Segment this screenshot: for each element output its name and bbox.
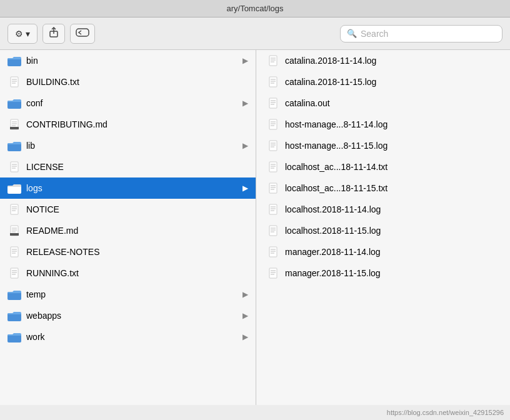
left-item-temp[interactable]: temp▶ <box>0 284 256 305</box>
left-item-logs[interactable]: logs▶ <box>0 178 256 199</box>
right-item-catout[interactable]: catalina.out <box>256 92 510 114</box>
right-item-la1114[interactable]: localhost_ac...18-11-14.txt <box>256 156 510 178</box>
right-item-mgr1114[interactable]: manager.2018-11-14.log <box>256 241 510 262</box>
file-icon <box>266 202 280 216</box>
file-name-label: RELEASE-NOTES <box>26 247 248 257</box>
file-icon <box>266 160 280 174</box>
svg-rect-19 <box>11 204 18 214</box>
chevron-right-icon: ▶ <box>242 290 248 299</box>
right-item-lh1115[interactable]: localhost.2018-11-15.log <box>256 220 510 241</box>
folder-icon <box>8 139 21 152</box>
svg-rect-51 <box>269 119 277 129</box>
left-item-conf[interactable]: conf▶ <box>0 92 256 114</box>
toolbar: ⚙ ▾ 🔍 Search <box>0 18 510 50</box>
svg-rect-75 <box>269 247 277 257</box>
svg-rect-79 <box>269 268 277 278</box>
file-icon <box>266 54 280 68</box>
folder-icon <box>8 181 21 195</box>
file-icon <box>266 245 280 259</box>
right-item-hm1114[interactable]: host-manage...8-11-14.log <box>256 114 510 135</box>
file-name-label: bin <box>26 56 242 66</box>
file-icon <box>266 139 280 152</box>
folder-icon <box>8 54 21 68</box>
file-icon <box>8 224 21 238</box>
svg-rect-28 <box>11 247 18 257</box>
file-name-label: manager.2018-11-15.log <box>285 268 500 278</box>
file-icon <box>8 118 21 131</box>
search-bar[interactable]: 🔍 Search <box>340 25 502 42</box>
right-item-cat1115[interactable]: catalina.2018-11-15.log <box>256 71 510 92</box>
file-name-label: localhost.2018-11-15.log <box>285 226 500 236</box>
back-button[interactable] <box>70 24 95 44</box>
folder-icon <box>8 96 21 110</box>
svg-rect-27 <box>10 233 19 236</box>
file-name-label: catalina.2018-11-14.log <box>285 56 500 66</box>
svg-rect-63 <box>269 183 277 193</box>
file-name-label: localhost.2018-11-14.log <box>285 204 500 214</box>
share-button[interactable] <box>42 24 65 44</box>
left-item-readme[interactable]: README.md <box>0 220 256 241</box>
left-item-bin[interactable]: bin▶ <box>0 50 256 71</box>
svg-rect-39 <box>269 56 277 66</box>
svg-rect-67 <box>269 204 277 214</box>
file-name-label: webapps <box>26 311 242 321</box>
gear-icon: ⚙ <box>15 29 23 39</box>
svg-rect-14 <box>11 162 18 172</box>
file-icon <box>266 118 280 131</box>
svg-rect-55 <box>269 141 277 151</box>
right-item-la1115[interactable]: localhost_ac...18-11-15.txt <box>256 178 510 199</box>
folder-icon <box>8 309 21 322</box>
left-item-release-notes[interactable]: RELEASE-NOTES <box>0 241 256 262</box>
left-item-lib[interactable]: lib▶ <box>0 135 256 156</box>
main-content: bin▶ BUILDING.txt conf▶ CONTRIBUTING.md … <box>0 50 510 405</box>
left-item-notice[interactable]: NOTICE <box>0 199 256 220</box>
file-name-label: host-manage...8-11-14.log <box>285 119 500 129</box>
file-icon <box>266 75 280 89</box>
titlebar: ary/Tomcat/logs <box>0 0 510 18</box>
file-name-label: temp <box>26 289 242 299</box>
left-item-work[interactable]: work▶ <box>0 326 256 348</box>
chevron-right-icon: ▶ <box>242 311 248 320</box>
file-name-label: NOTICE <box>26 204 248 214</box>
file-name-label: lib <box>26 141 242 151</box>
file-name-label: CONTRIBUTING.md <box>26 119 248 129</box>
svg-rect-71 <box>269 226 277 236</box>
file-name-label: work <box>26 332 242 342</box>
left-item-running[interactable]: RUNNING.txt <box>0 262 256 284</box>
svg-rect-59 <box>269 162 277 172</box>
back-icon <box>76 27 89 40</box>
left-item-building[interactable]: BUILDING.txt <box>0 71 256 92</box>
svg-rect-32 <box>11 268 18 278</box>
left-item-webapps[interactable]: webapps▶ <box>0 305 256 326</box>
file-name-label: logs <box>26 183 242 193</box>
search-placeholder: Search <box>361 29 388 39</box>
file-icon <box>8 245 21 259</box>
file-icon <box>266 266 280 280</box>
file-icon <box>266 96 280 110</box>
svg-rect-47 <box>269 98 277 108</box>
window-path: ary/Tomcat/logs <box>226 4 283 13</box>
file-name-label: catalina.out <box>285 98 500 108</box>
right-item-hm1115[interactable]: host-manage...8-11-15.log <box>256 135 510 156</box>
file-icon <box>8 202 21 216</box>
file-name-label: localhost_ac...18-11-15.txt <box>285 183 500 193</box>
file-name-label: localhost_ac...18-11-14.txt <box>285 162 500 172</box>
svg-rect-43 <box>269 77 277 87</box>
search-icon: 🔍 <box>347 29 357 38</box>
file-icon <box>8 75 21 89</box>
gear-settings-button[interactable]: ⚙ ▾ <box>8 24 38 44</box>
file-name-label: RUNNING.txt <box>26 268 248 278</box>
right-panel: catalina.2018-11-14.log catalina.2018-11… <box>256 50 510 405</box>
file-name-label: LICENSE <box>26 162 248 172</box>
right-item-cat1114[interactable]: catalina.2018-11-14.log <box>256 50 510 71</box>
watermark: https://blog.csdn.net/weixin_42915296 <box>387 409 504 416</box>
svg-rect-12 <box>10 127 19 129</box>
left-item-license[interactable]: LICENSE <box>0 156 256 178</box>
file-icon <box>8 266 21 280</box>
chevron-right-icon: ▶ <box>242 332 248 341</box>
file-icon <box>8 160 21 174</box>
file-name-label: catalina.2018-11-15.log <box>285 77 500 87</box>
right-item-mgr1115[interactable]: manager.2018-11-15.log <box>256 262 510 284</box>
right-item-lh1114[interactable]: localhost.2018-11-14.log <box>256 199 510 220</box>
left-item-contributing[interactable]: CONTRIBUTING.md <box>0 114 256 135</box>
